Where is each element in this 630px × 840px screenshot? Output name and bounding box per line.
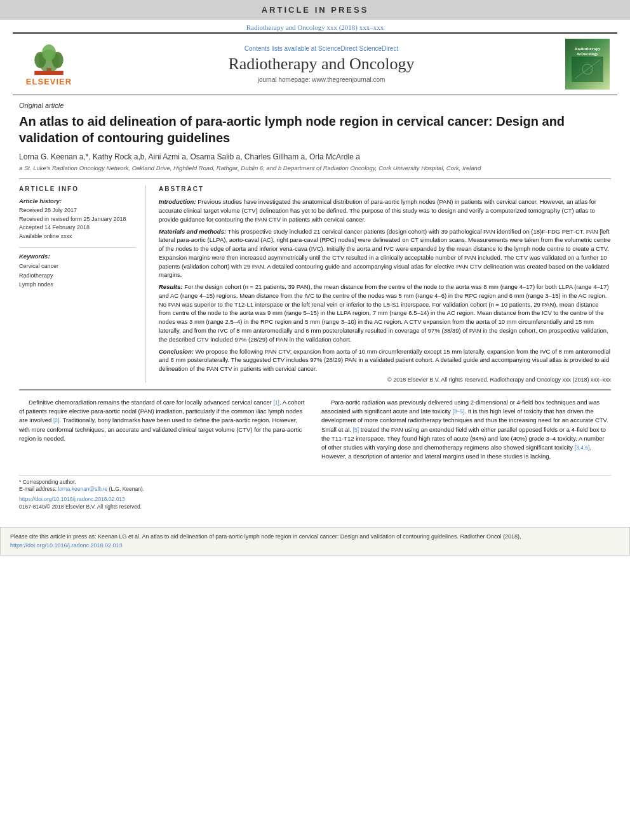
body-left-col: Definitive chemoradiation remains the st…	[19, 398, 309, 465]
article-info-col: ARTICLE INFO Article history: Received 2…	[19, 185, 146, 383]
page-container: ARTICLE IN PRESS Radiotherapy and Oncolo…	[0, 0, 630, 840]
footnote-section: * Corresponding author. E-mail address: …	[19, 475, 611, 512]
keywords-label: Keywords:	[19, 247, 136, 260]
ref-2[interactable]: [2]	[53, 417, 59, 423]
authors-text: Lorna G. Keenan a,*, Kathy Rock a,b, Ain…	[19, 152, 360, 161]
email-link[interactable]: lorna.keenan@slh.ie	[58, 486, 107, 492]
affiliation-b: and b Department of Radiation Oncology, …	[266, 164, 481, 171]
article-content: Original article An atlas to aid delinea…	[0, 95, 630, 517]
doi-link[interactable]: https://doi.org/10.1016/j.radonc.2018.02…	[19, 496, 125, 502]
journal-main-title: Radiotherapy and Oncology	[90, 55, 553, 74]
mm-label: Materials and methods:	[159, 228, 226, 235]
received-date: Received 28 July 2017	[19, 206, 136, 215]
body-right-col: Para-aortic radiation was previously del…	[321, 398, 611, 465]
available-date: Available online xxxx	[19, 232, 136, 241]
history-label: Article history:	[19, 197, 136, 204]
citation-text: Please cite this article in press as: Ke…	[10, 533, 521, 540]
article-type: Original article	[19, 102, 611, 109]
journal-cover-image: Radiotherapy&Oncology	[565, 39, 610, 90]
contents-label: Contents lists available at	[245, 45, 316, 52]
cover-title: Radiotherapy&Oncology	[574, 46, 600, 57]
footnote-corresponding: * Corresponding author.	[19, 479, 611, 486]
ref-3-5[interactable]: [3–5]	[452, 408, 464, 415]
svg-rect-5	[34, 71, 63, 75]
aip-text: ARTICLE IN PRESS	[262, 5, 369, 15]
results-label: Results:	[159, 283, 182, 290]
keyword-1: Cervical cancer	[19, 262, 136, 270]
aip-banner: ARTICLE IN PRESS	[0, 0, 630, 20]
authors: Lorna G. Keenan a,*, Kathy Rock a,b, Ain…	[19, 152, 611, 161]
citation-doi-link[interactable]: https://doi.org/10.1016/j.radonc.2018.02…	[10, 542, 123, 549]
ref-1[interactable]: [1]	[273, 399, 279, 406]
footnote-doi: https://doi.org/10.1016/j.radonc.2018.02…	[19, 496, 611, 503]
abstract-conclusion: Conclusion: We propose the following PAN…	[159, 347, 611, 373]
email-label: E-mail address:	[19, 486, 57, 492]
intro-text: Previous studies have investigated the a…	[159, 198, 596, 223]
journal-title-center: Contents lists available at ScienceDirec…	[77, 45, 565, 83]
article-title: An atlas to aid delineation of para-aort…	[19, 113, 611, 146]
abstract-methods: Materials and methods: This prospective …	[159, 227, 611, 280]
cover-art-icon	[572, 57, 603, 82]
abstract-text: Introduction: Previous studies have inve…	[159, 197, 611, 373]
abstract-intro: Introduction: Previous studies have inve…	[159, 197, 611, 223]
svg-point-4	[42, 44, 56, 60]
body-right-para1: Para-aortic radiation was previously del…	[321, 398, 611, 462]
homepage-line: journal homepage: www.thegreenjournal.co…	[90, 76, 553, 83]
elsevier-name: ELSEVIER	[26, 77, 72, 86]
body-left-para1: Definitive chemoradiation remains the st…	[19, 398, 309, 443]
journal-link-bar: Radiotherapy and Oncology xxx (2018) xxx…	[0, 20, 630, 32]
science-direct-text[interactable]: ScienceDirect	[359, 45, 398, 52]
intro-label: Introduction:	[159, 198, 196, 205]
email-name: (L.G. Keenan).	[109, 486, 144, 492]
corresponding-label: * Corresponding author.	[19, 479, 76, 485]
affiliations: a St. Luke's Radiation Oncology Network,…	[19, 164, 611, 172]
mm-text: This prospective study included 21 cervi…	[159, 228, 610, 279]
conclusion-label: Conclusion:	[159, 348, 194, 355]
affiliation-a: a St. Luke's Radiation Oncology Network,…	[19, 164, 265, 171]
article-info-heading: ARTICLE INFO	[19, 185, 136, 192]
journal-header: ELSEVIER Contents lists available at Sci…	[13, 32, 617, 95]
results-text: For the design cohort (n = 21 patients, …	[159, 283, 609, 343]
body-section: Definitive chemoradiation remains the st…	[19, 389, 611, 511]
ref-5[interactable]: [5]	[353, 427, 359, 433]
elsevier-logo: ELSEVIER	[20, 42, 77, 86]
copyright: © 2018 Elsevier B.V. All rights reserved…	[159, 377, 611, 383]
citation-bar: Please cite this article in press as: Ke…	[0, 527, 630, 556]
ref-3-4-6[interactable]: [3,4,6]	[575, 444, 590, 451]
keyword-2: Radiotherapy	[19, 271, 136, 280]
journal-link-text[interactable]: Radiotherapy and Oncology xxx (2018) xxx…	[246, 23, 384, 31]
abstract-col: ABSTRACT Introduction: Previous studies …	[159, 185, 611, 383]
abstract-heading: ABSTRACT	[159, 185, 611, 192]
footnote-email: E-mail address: lorna.keenan@slh.ie (L.G…	[19, 486, 611, 493]
elsevier-tree-icon	[30, 44, 68, 76]
two-col-section: ARTICLE INFO Article history: Received 2…	[19, 178, 611, 383]
conclusion-text: We propose the following PAN CTV; expans…	[159, 348, 610, 373]
accepted-date: Accepted 14 February 2018	[19, 223, 136, 232]
footnote-issn: 0167-8140/© 2018 Elsevier B.V. All right…	[19, 503, 611, 511]
keyword-3: Lymph nodes	[19, 280, 136, 289]
science-direct-link[interactable]: ScienceDirect	[318, 45, 358, 52]
body-two-col: Definitive chemoradiation remains the st…	[19, 398, 611, 465]
contents-line: Contents lists available at ScienceDirec…	[90, 45, 553, 52]
abstract-results: Results: For the design cohort (n = 21 p…	[159, 283, 611, 343]
revised-date: Received in revised form 25 January 2018	[19, 215, 136, 224]
